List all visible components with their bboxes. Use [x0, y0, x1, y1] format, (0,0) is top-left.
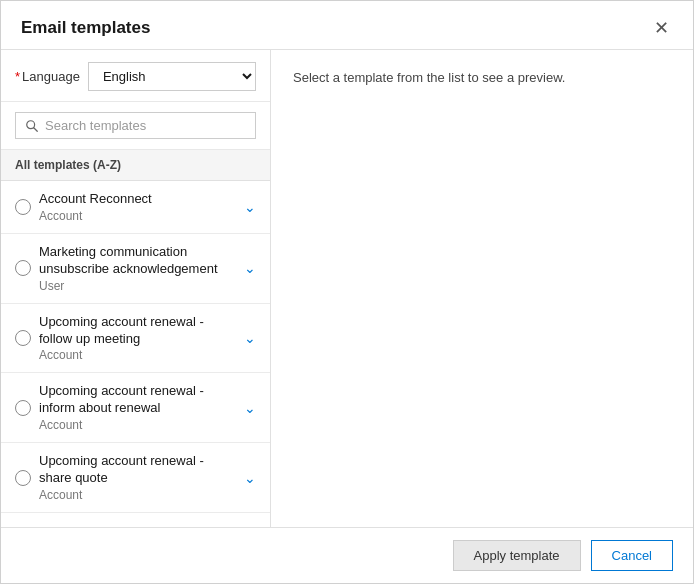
email-templates-dialog: Email templates ✕ *Language English Fren…: [0, 0, 694, 584]
template-item-0[interactable]: Account Reconnect Account ⌄: [1, 181, 270, 234]
template-name-3: Upcoming account renewal - inform about …: [39, 383, 236, 417]
template-radio-2: [15, 330, 31, 346]
dialog-title: Email templates: [21, 18, 150, 38]
template-category-4: Account: [39, 488, 236, 502]
template-radio-4: [15, 470, 31, 486]
apply-template-button[interactable]: Apply template: [453, 540, 581, 571]
chevron-down-icon-1: ⌄: [244, 260, 256, 276]
template-category-3: Account: [39, 418, 236, 432]
templates-list-header: All templates (A-Z): [1, 150, 270, 181]
chevron-down-icon-0: ⌄: [244, 199, 256, 215]
chevron-down-icon-4: ⌄: [244, 470, 256, 486]
template-info-2: Upcoming account renewal - follow up mee…: [39, 314, 236, 363]
language-select[interactable]: English French Spanish German: [88, 62, 256, 91]
language-row: *Language English French Spanish German: [1, 50, 270, 102]
templates-list: Account Reconnect Account ⌄ Marketing co…: [1, 181, 270, 527]
template-name-4: Upcoming account renewal - share quote: [39, 453, 236, 487]
right-panel: Select a template from the list to see a…: [271, 50, 693, 527]
search-icon: [25, 119, 39, 133]
chevron-down-icon-3: ⌄: [244, 400, 256, 416]
template-category-1: User: [39, 279, 236, 293]
template-item-1[interactable]: Marketing communication unsubscribe ackn…: [1, 234, 270, 304]
close-button[interactable]: ✕: [650, 17, 673, 39]
cancel-button[interactable]: Cancel: [591, 540, 673, 571]
search-input[interactable]: [45, 118, 246, 133]
template-info-3: Upcoming account renewal - inform about …: [39, 383, 236, 432]
chevron-down-icon-2: ⌄: [244, 330, 256, 346]
dialog-body: *Language English French Spanish German: [1, 50, 693, 527]
template-info-1: Marketing communication unsubscribe ackn…: [39, 244, 236, 293]
search-box: [15, 112, 256, 139]
template-category-0: Account: [39, 209, 236, 223]
dialog-header: Email templates ✕: [1, 1, 693, 50]
left-panel: *Language English French Spanish German: [1, 50, 271, 527]
template-info-0: Account Reconnect Account: [39, 191, 236, 223]
template-name-2: Upcoming account renewal - follow up mee…: [39, 314, 236, 348]
template-info-4: Upcoming account renewal - share quote A…: [39, 453, 236, 502]
template-name-1: Marketing communication unsubscribe ackn…: [39, 244, 236, 278]
template-category-2: Account: [39, 348, 236, 362]
search-row: [1, 102, 270, 150]
template-item-3[interactable]: Upcoming account renewal - inform about …: [1, 373, 270, 443]
dialog-footer: Apply template Cancel: [1, 527, 693, 583]
template-item-2[interactable]: Upcoming account renewal - follow up mee…: [1, 304, 270, 374]
template-radio-0: [15, 199, 31, 215]
required-star: *: [15, 69, 20, 84]
language-label: *Language: [15, 69, 80, 84]
svg-line-1: [34, 127, 38, 131]
template-name-0: Account Reconnect: [39, 191, 236, 208]
template-item-4[interactable]: Upcoming account renewal - share quote A…: [1, 443, 270, 513]
template-radio-3: [15, 400, 31, 416]
template-radio-1: [15, 260, 31, 276]
preview-placeholder: Select a template from the list to see a…: [293, 70, 671, 85]
